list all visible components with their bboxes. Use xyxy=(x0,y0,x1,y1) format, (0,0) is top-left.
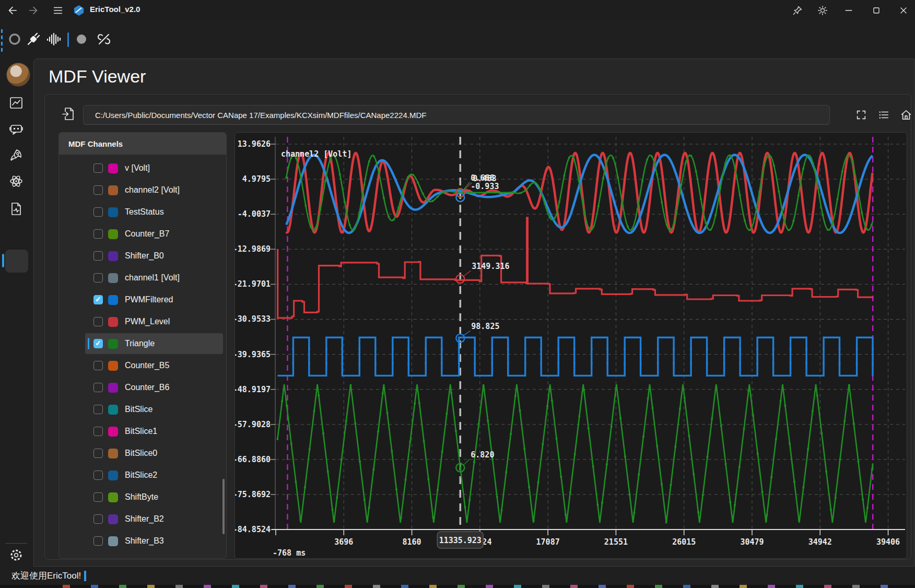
rail-item-charts[interactable] xyxy=(8,95,24,111)
channel-checkbox[interactable] xyxy=(93,163,103,173)
channel-row[interactable]: channel2 [Volt] xyxy=(85,180,223,201)
channel-row[interactable]: ShiftByte xyxy=(85,487,223,508)
taskbar-pixel xyxy=(316,585,324,588)
taskbar-pixel xyxy=(683,585,690,588)
connect-button[interactable] xyxy=(25,30,42,48)
chart-panel: 0.4680.666-0.9333149.31698.8256.82013.96… xyxy=(234,132,907,559)
forward-button[interactable] xyxy=(27,4,41,17)
channel-checkbox[interactable] xyxy=(93,207,103,217)
main-card: MDF Viewer xyxy=(33,58,914,567)
maximize-button[interactable] xyxy=(870,4,883,17)
close-button[interactable] xyxy=(897,4,910,17)
rail-item-mdf-viewer[interactable] xyxy=(8,201,24,217)
channel-checkbox[interactable] xyxy=(93,185,103,195)
channel-color-swatch xyxy=(108,449,118,458)
channel-checkbox[interactable] xyxy=(93,427,103,436)
back-button[interactable] xyxy=(5,4,19,17)
taskbar-sliver xyxy=(0,585,915,588)
channel-row[interactable]: BitSlice0 xyxy=(85,443,223,464)
fullscreen-button[interactable] xyxy=(853,107,869,123)
scope-button[interactable] xyxy=(6,30,24,48)
channel-row[interactable]: BitSlice2 xyxy=(85,465,223,486)
pin-button[interactable] xyxy=(791,4,804,17)
svg-text:-4.0037: -4.0037 xyxy=(238,209,271,219)
channel-label: ShiftByte xyxy=(125,492,158,502)
file-path-input[interactable] xyxy=(83,105,830,125)
toolbar xyxy=(0,23,915,55)
channel-color-swatch xyxy=(108,427,118,437)
taskbar-pixel xyxy=(768,585,775,588)
channel-row[interactable]: Shifter_B0 xyxy=(85,245,223,266)
waveform-icon xyxy=(46,32,62,46)
svg-text:-30.9533: -30.9533 xyxy=(235,314,271,324)
channel-checkbox[interactable] xyxy=(93,536,103,546)
svg-text:4.9795: 4.9795 xyxy=(242,174,271,184)
sun-icon xyxy=(817,5,828,16)
home-button[interactable] xyxy=(898,107,914,123)
channel-color-swatch xyxy=(108,514,118,524)
taskbar-pixel xyxy=(345,585,352,588)
menu-button[interactable] xyxy=(51,4,65,17)
channel-row[interactable]: BitSlice xyxy=(85,399,223,420)
svg-text:98.825: 98.825 xyxy=(471,322,499,331)
channel-row[interactable]: Counter_B5 xyxy=(85,355,223,376)
channels-scrollbar[interactable] xyxy=(222,479,225,534)
channel-color-swatch xyxy=(108,229,118,239)
minimize-button[interactable] xyxy=(842,4,855,17)
channel-row[interactable]: Counter_B6 xyxy=(85,377,223,398)
rail-item-launch[interactable] xyxy=(8,147,24,163)
channel-row[interactable]: channel1 [Volt] xyxy=(85,267,223,288)
channel-color-swatch xyxy=(108,207,118,217)
disconnect-button[interactable] xyxy=(95,30,113,48)
taskbar-pixel xyxy=(881,585,888,588)
signal-monitor-button[interactable] xyxy=(45,30,63,48)
rail-item-settings[interactable] xyxy=(8,547,24,563)
rail-item-science[interactable] xyxy=(8,173,24,189)
back-arrow-icon xyxy=(6,5,18,16)
channel-checkbox[interactable] xyxy=(93,229,103,239)
forward-arrow-icon xyxy=(28,5,40,16)
channel-list-button[interactable] xyxy=(876,107,891,123)
channel-checkbox[interactable] xyxy=(93,361,103,370)
channel-row[interactable]: Counter_B7 xyxy=(85,224,223,244)
channel-checkbox[interactable] xyxy=(93,405,103,414)
channel-checkbox[interactable] xyxy=(93,339,103,348)
rail-item-assistant[interactable] xyxy=(8,121,24,137)
taskbar-pixel xyxy=(570,585,578,588)
channel-row[interactable]: TestStatus xyxy=(85,202,223,222)
channel-checkbox[interactable] xyxy=(93,317,103,326)
avatar[interactable] xyxy=(6,63,30,87)
open-file-button[interactable] xyxy=(61,106,76,122)
channel-row[interactable]: Shifter_B2 xyxy=(85,509,223,530)
channel-row[interactable]: v [Volt] xyxy=(85,158,223,179)
channel-checkbox[interactable] xyxy=(93,449,103,458)
svg-text:-768 ms: -768 ms xyxy=(273,548,306,558)
signal-chart[interactable]: 0.4680.666-0.9333149.31698.8256.82013.96… xyxy=(235,133,907,558)
svg-text:-0.933: -0.933 xyxy=(471,182,499,191)
atom-icon xyxy=(9,174,24,189)
channel-row[interactable]: Triangle xyxy=(85,333,223,354)
file-signal-icon xyxy=(9,202,23,216)
channel-row[interactable]: PWM_Level xyxy=(85,311,223,332)
channel-checkbox[interactable] xyxy=(93,273,103,283)
channel-row[interactable]: Shifter_B3 xyxy=(85,531,223,551)
taskbar-pixel xyxy=(458,585,465,588)
circle-icon xyxy=(7,32,22,46)
channel-row[interactable]: BitSlice1 xyxy=(85,421,223,442)
app-window: EricTool_v2.0 xyxy=(0,0,915,588)
record-button[interactable] xyxy=(73,30,90,48)
channel-row[interactable]: PWMFiltered xyxy=(85,289,223,310)
svg-text:17087: 17087 xyxy=(536,537,560,547)
svg-text:30479: 30479 xyxy=(740,537,764,547)
channel-checkbox[interactable] xyxy=(93,295,103,304)
channel-checkbox[interactable] xyxy=(93,514,103,524)
svg-text:3696: 3696 xyxy=(334,537,353,547)
channel-checkbox[interactable] xyxy=(93,251,103,261)
unlink-icon xyxy=(96,31,112,47)
channel-checkbox[interactable] xyxy=(93,471,103,480)
channel-checkbox[interactable] xyxy=(93,383,103,392)
channel-label: BitSlice xyxy=(125,405,152,414)
channel-label: BitSlice2 xyxy=(125,471,157,480)
theme-toggle-button[interactable] xyxy=(816,4,829,17)
channel-checkbox[interactable] xyxy=(93,492,103,502)
